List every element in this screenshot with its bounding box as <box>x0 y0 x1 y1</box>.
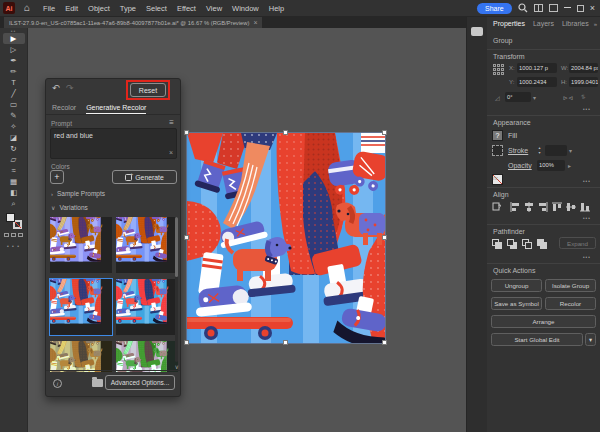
tab-properties[interactable]: Properties <box>493 20 525 31</box>
height-value-field[interactable]: 1999.0401 <box>569 77 598 87</box>
share-button[interactable]: Share <box>477 3 512 14</box>
y-value-field[interactable]: 1000.2434 <box>517 77 557 87</box>
global-edit-chevron-icon[interactable]: ▾ <box>585 333 596 346</box>
align-center-icon[interactable] <box>523 201 535 213</box>
prompt-input[interactable]: red and blue × <box>50 128 177 159</box>
opacity-value-field[interactable]: 100% <box>537 160 565 171</box>
fill-swatch[interactable] <box>6 213 15 222</box>
advanced-options-button[interactable]: Advanced Options... <box>105 375 175 390</box>
eraser-tool[interactable]: ◪ <box>3 132 25 143</box>
restore-icon[interactable] <box>577 5 584 12</box>
sample-prompts-section[interactable]: › Sample Prompts <box>51 190 105 197</box>
stroke-color-swatch[interactable] <box>492 145 503 156</box>
undo-icon[interactable]: ↶ <box>52 83 60 93</box>
curvature-tool[interactable]: ✏ <box>3 66 25 77</box>
color-mode-buttons[interactable] <box>0 233 27 237</box>
pathfinder-intersect-icon[interactable] <box>522 239 533 250</box>
document-tab[interactable]: ILST-27.9.0-en_US-c0785ac1-11ea-47a6-89b… <box>4 17 262 28</box>
align-right-icon[interactable] <box>537 201 549 213</box>
tab-generative-recolor[interactable]: Generative Recolor <box>86 101 146 114</box>
selection-handle-n[interactable] <box>283 130 288 135</box>
selection-handle-se[interactable] <box>382 340 387 345</box>
add-color-button[interactable]: + <box>50 170 64 184</box>
menu-help[interactable]: Help <box>264 4 289 13</box>
menu-edit[interactable]: Edit <box>60 4 83 13</box>
clear-prompt-icon[interactable]: × <box>169 149 173 156</box>
edit-toolbar-icon[interactable]: • • • <box>0 243 27 249</box>
artwork-illustration[interactable] <box>187 133 385 343</box>
variations-scrollbar[interactable] <box>175 217 178 362</box>
ungroup-button[interactable]: Ungroup <box>491 279 542 292</box>
width-tool[interactable]: ≈ <box>3 165 25 176</box>
width-value-field[interactable]: 2004.84 px <box>569 63 598 73</box>
pen-tool[interactable]: ✒ <box>3 55 25 66</box>
menu-effect[interactable]: Effect <box>172 4 201 13</box>
pathfinder-exclude-icon[interactable] <box>537 239 548 250</box>
rotation-chevron-icon[interactable]: ▾ <box>533 94 536 101</box>
generate-button[interactable]: Generate <box>112 170 177 184</box>
close-window-icon[interactable]: × <box>590 4 595 13</box>
variation-thumbnail-1[interactable] <box>50 217 112 273</box>
artboard[interactable] <box>187 133 385 343</box>
variation-thumbnail-2[interactable] <box>116 217 178 273</box>
shaper-tool[interactable]: ✧ <box>3 121 25 132</box>
align-top-icon[interactable] <box>551 201 563 213</box>
tab-layers[interactable]: Layers <box>533 20 554 31</box>
opacity-label[interactable]: Opacity <box>508 162 532 169</box>
selection-handle-w[interactable] <box>184 235 189 240</box>
align-to-selection-icon[interactable] <box>491 201 503 213</box>
variation-thumbnail-5[interactable] <box>50 341 112 372</box>
appearance-more-icon[interactable]: ••• <box>583 179 591 184</box>
start-global-edit-button[interactable]: Start Global Edit <box>491 333 583 346</box>
variations-section[interactable]: ∨ Variations <box>51 204 88 211</box>
home-icon[interactable]: ⌂ <box>24 3 30 13</box>
selection-tool[interactable]: ▶ <box>3 33 25 44</box>
stroke-label[interactable]: Stroke <box>508 147 528 154</box>
illustrator-logo-icon[interactable]: Ai <box>3 2 15 14</box>
collapse-panel-icon[interactable]: » <box>594 21 597 27</box>
variation-thumbnail-4[interactable] <box>116 279 178 335</box>
mesh-tool[interactable]: ▦ <box>3 176 25 187</box>
info-icon[interactable]: i <box>53 379 62 388</box>
flip-horizontal-icon[interactable]: ⊳⊲ <box>563 94 573 101</box>
selection-handle-s[interactable] <box>283 340 288 345</box>
selection-handle-sw[interactable] <box>184 340 189 345</box>
menu-object[interactable]: Object <box>83 4 115 13</box>
menu-window[interactable]: Window <box>227 4 264 13</box>
prompt-menu-icon[interactable]: ≡ <box>169 119 174 127</box>
menu-type[interactable]: Type <box>115 4 141 13</box>
align-middle-icon[interactable] <box>565 201 577 213</box>
scale-tool[interactable]: ▱ <box>3 154 25 165</box>
rotate-tool[interactable]: ↻ <box>3 143 25 154</box>
direct-selection-tool[interactable]: ▷ <box>3 44 25 55</box>
transform-more-icon[interactable]: ••• <box>583 107 591 112</box>
scroll-down-icon[interactable]: ∨ <box>175 363 179 370</box>
isolate-group-button[interactable]: Isolate Group <box>545 279 596 292</box>
align-more-icon[interactable]: ••• <box>583 216 591 221</box>
selection-handle-nw[interactable] <box>184 130 189 135</box>
opacity-arrow-icon[interactable]: ▸ <box>568 162 571 169</box>
arrange-button[interactable]: Arrange <box>491 315 596 328</box>
tab-recolor[interactable]: Recolor <box>52 101 76 114</box>
pathfinder-unite-icon[interactable] <box>492 239 503 250</box>
stroke-weight-stepper[interactable]: ▴▾ <box>535 145 544 156</box>
fill-color-swatch[interactable]: ? <box>492 130 503 141</box>
arrange-documents-icon[interactable] <box>549 4 558 12</box>
menu-view[interactable]: View <box>201 4 227 13</box>
rectangle-tool[interactable]: ▭ <box>3 99 25 110</box>
align-bottom-icon[interactable] <box>579 201 591 213</box>
pathfinder-minus-front-icon[interactable] <box>507 239 518 250</box>
menu-select[interactable]: Select <box>141 4 172 13</box>
variation-thumbnail-6[interactable] <box>116 341 178 372</box>
comment-icon[interactable] <box>471 27 483 36</box>
selection-handle-ne[interactable] <box>382 130 387 135</box>
save-as-symbol-button[interactable]: Save as Symbol <box>491 297 542 310</box>
folder-icon[interactable] <box>92 379 103 387</box>
flip-vertical-icon[interactable]: ⥮ <box>581 94 585 101</box>
zoom-tool[interactable]: ⌕ <box>3 198 25 209</box>
reference-point-icon[interactable] <box>492 63 505 76</box>
pathfinder-more-icon[interactable]: ••• <box>583 255 591 260</box>
workspace-switcher-icon[interactable] <box>534 4 543 12</box>
menu-file[interactable]: File <box>38 4 60 13</box>
search-icon[interactable] <box>518 3 528 13</box>
